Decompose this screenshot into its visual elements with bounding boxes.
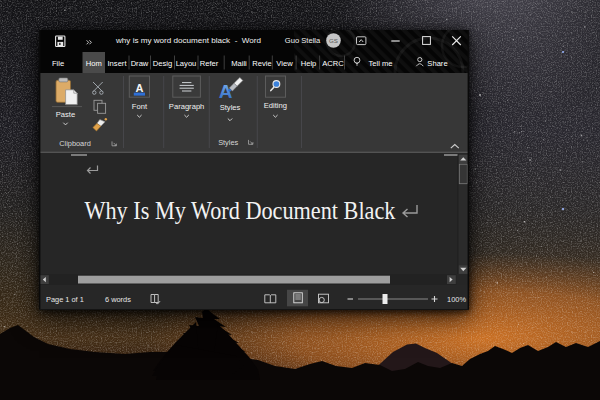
- svg-text:Styles: Styles: [220, 103, 241, 112]
- svg-text:Layou: Layou: [176, 59, 197, 68]
- svg-text:100%: 100%: [447, 295, 466, 304]
- svg-text:View: View: [276, 59, 293, 68]
- svg-text:Paragraph: Paragraph: [169, 102, 204, 111]
- svg-text:Guo Stella: Guo Stella: [285, 36, 321, 45]
- svg-text:Maili: Maili: [231, 59, 247, 68]
- svg-text:Font: Font: [132, 102, 148, 111]
- svg-text:6 words: 6 words: [105, 295, 131, 304]
- svg-text:ACRC: ACRC: [322, 59, 344, 68]
- svg-text:Draw: Draw: [131, 59, 149, 68]
- svg-text:GS: GS: [329, 37, 338, 44]
- svg-text:Share: Share: [427, 59, 447, 68]
- svg-text:A: A: [219, 81, 233, 102]
- svg-text:Styles: Styles: [218, 138, 238, 147]
- svg-text:Page 1 of 1: Page 1 of 1: [46, 295, 84, 304]
- svg-text:Refer: Refer: [200, 59, 219, 68]
- svg-text:Paste: Paste: [56, 110, 75, 119]
- svg-text:Help: Help: [301, 59, 317, 68]
- svg-text:Tell me: Tell me: [368, 59, 392, 68]
- svg-text:Hom: Hom: [86, 59, 102, 68]
- svg-text:Revie: Revie: [252, 59, 271, 68]
- svg-text:why is my word document black: why is my word document black - Word: [115, 36, 261, 45]
- svg-text:File: File: [52, 59, 64, 68]
- svg-text:Editing: Editing: [264, 101, 287, 110]
- svg-text:Why Is My Word Document Black: Why Is My Word Document Black: [85, 197, 396, 224]
- svg-text:Insert: Insert: [108, 59, 128, 68]
- svg-text:Clipboard: Clipboard: [59, 139, 91, 148]
- svg-text:Desig: Desig: [153, 59, 172, 68]
- svg-text:A: A: [135, 82, 143, 94]
